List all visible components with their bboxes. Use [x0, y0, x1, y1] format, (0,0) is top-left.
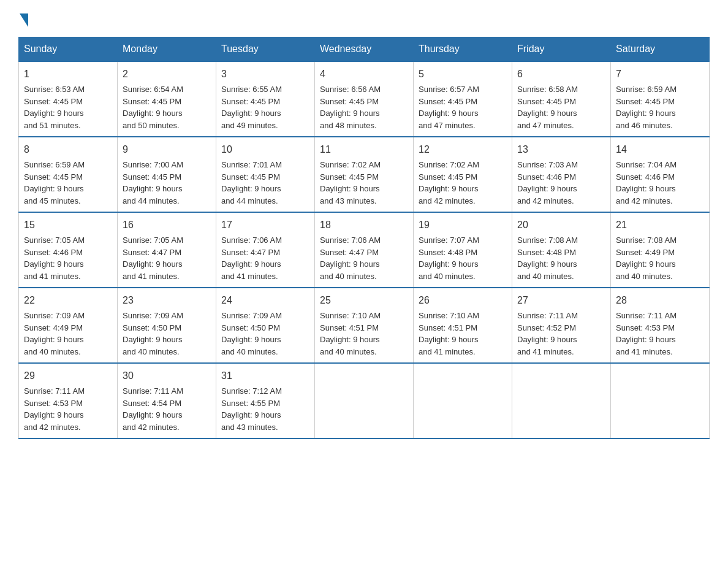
day-number: 6	[517, 67, 605, 82]
day-info-block: Sunrise: 7:02 AM Sunset: 4:45 PM Dayligh…	[419, 159, 507, 207]
day-number: 7	[616, 67, 704, 82]
day-number: 1	[24, 67, 112, 82]
calendar-day-cell: 12 Sunrise: 7:02 AM Sunset: 4:45 PM Dayl…	[414, 137, 512, 212]
calendar-day-cell: 19 Sunrise: 7:07 AM Sunset: 4:48 PM Dayl…	[414, 212, 512, 288]
logo	[18, 12, 28, 25]
calendar-day-cell: 29 Sunrise: 7:11 AM Sunset: 4:53 PM Dayl…	[19, 363, 118, 439]
day-info-block: Sunrise: 7:05 AM Sunset: 4:47 PM Dayligh…	[123, 234, 211, 282]
calendar-empty-cell	[512, 363, 611, 439]
day-number: 18	[320, 218, 408, 232]
day-number: 5	[419, 67, 507, 82]
page-header	[18, 12, 710, 25]
calendar-table: SundayMondayTuesdayWednesdayThursdayFrid…	[18, 37, 710, 439]
day-info-block: Sunrise: 6:54 AM Sunset: 4:45 PM Dayligh…	[123, 83, 211, 131]
calendar-day-cell: 17 Sunrise: 7:06 AM Sunset: 4:47 PM Dayl…	[216, 212, 315, 288]
day-info-block: Sunrise: 6:56 AM Sunset: 4:45 PM Dayligh…	[320, 83, 408, 131]
day-info-block: Sunrise: 7:05 AM Sunset: 4:46 PM Dayligh…	[24, 234, 112, 282]
day-number: 25	[320, 293, 408, 308]
calendar-week-row: 29 Sunrise: 7:11 AM Sunset: 4:53 PM Dayl…	[19, 363, 710, 439]
day-info-block: Sunrise: 7:03 AM Sunset: 4:46 PM Dayligh…	[517, 159, 605, 207]
calendar-day-cell: 24 Sunrise: 7:09 AM Sunset: 4:50 PM Dayl…	[216, 288, 315, 363]
calendar-empty-cell	[611, 363, 710, 439]
day-number: 27	[517, 293, 605, 308]
day-number: 23	[123, 293, 211, 308]
day-number: 14	[616, 142, 704, 157]
day-number: 22	[24, 293, 112, 308]
weekday-header-thursday: Thursday	[414, 37, 512, 62]
day-info-block: Sunrise: 7:11 AM Sunset: 4:52 PM Dayligh…	[517, 310, 605, 358]
calendar-day-cell: 27 Sunrise: 7:11 AM Sunset: 4:52 PM Dayl…	[512, 288, 611, 363]
calendar-day-cell: 25 Sunrise: 7:10 AM Sunset: 4:51 PM Dayl…	[315, 288, 414, 363]
day-number: 26	[419, 293, 507, 308]
day-info-block: Sunrise: 6:57 AM Sunset: 4:45 PM Dayligh…	[419, 83, 507, 131]
day-info-block: Sunrise: 7:07 AM Sunset: 4:48 PM Dayligh…	[419, 234, 507, 282]
day-info-block: Sunrise: 7:06 AM Sunset: 4:47 PM Dayligh…	[320, 234, 408, 282]
day-number: 24	[221, 293, 309, 308]
day-info-block: Sunrise: 6:59 AM Sunset: 4:45 PM Dayligh…	[616, 83, 704, 131]
day-number: 12	[419, 142, 507, 157]
calendar-day-cell: 10 Sunrise: 7:01 AM Sunset: 4:45 PM Dayl…	[216, 137, 315, 212]
weekday-header-sunday: Sunday	[19, 37, 118, 62]
calendar-day-cell: 30 Sunrise: 7:11 AM Sunset: 4:54 PM Dayl…	[118, 363, 216, 439]
day-number: 17	[221, 218, 309, 232]
weekday-header-saturday: Saturday	[611, 37, 710, 62]
day-info-block: Sunrise: 7:06 AM Sunset: 4:47 PM Dayligh…	[221, 234, 309, 282]
calendar-day-cell: 26 Sunrise: 7:10 AM Sunset: 4:51 PM Dayl…	[414, 288, 512, 363]
calendar-day-cell: 23 Sunrise: 7:09 AM Sunset: 4:50 PM Dayl…	[118, 288, 216, 363]
calendar-day-cell: 11 Sunrise: 7:02 AM Sunset: 4:45 PM Dayl…	[315, 137, 414, 212]
weekday-header-tuesday: Tuesday	[216, 37, 315, 62]
day-info-block: Sunrise: 6:55 AM Sunset: 4:45 PM Dayligh…	[221, 83, 309, 131]
day-number: 21	[616, 218, 704, 232]
day-info-block: Sunrise: 6:53 AM Sunset: 4:45 PM Dayligh…	[24, 83, 112, 131]
day-info-block: Sunrise: 7:10 AM Sunset: 4:51 PM Dayligh…	[320, 310, 408, 358]
day-info-block: Sunrise: 7:08 AM Sunset: 4:49 PM Dayligh…	[616, 234, 704, 282]
day-info-block: Sunrise: 7:09 AM Sunset: 4:50 PM Dayligh…	[123, 310, 211, 358]
calendar-week-row: 22 Sunrise: 7:09 AM Sunset: 4:49 PM Dayl…	[19, 288, 710, 363]
calendar-day-cell: 7 Sunrise: 6:59 AM Sunset: 4:45 PM Dayli…	[611, 61, 710, 137]
day-number: 11	[320, 142, 408, 157]
calendar-day-cell: 6 Sunrise: 6:58 AM Sunset: 4:45 PM Dayli…	[512, 61, 611, 137]
day-number: 9	[123, 142, 211, 157]
day-info-block: Sunrise: 7:08 AM Sunset: 4:48 PM Dayligh…	[517, 234, 605, 282]
day-number: 28	[616, 293, 704, 308]
day-number: 30	[123, 369, 211, 383]
calendar-day-cell: 2 Sunrise: 6:54 AM Sunset: 4:45 PM Dayli…	[118, 61, 216, 137]
calendar-day-cell: 9 Sunrise: 7:00 AM Sunset: 4:45 PM Dayli…	[118, 137, 216, 212]
calendar-day-cell: 31 Sunrise: 7:12 AM Sunset: 4:55 PM Dayl…	[216, 363, 315, 439]
day-info-block: Sunrise: 7:09 AM Sunset: 4:50 PM Dayligh…	[221, 310, 309, 358]
calendar-empty-cell	[315, 363, 414, 439]
day-number: 10	[221, 142, 309, 157]
weekday-header-row: SundayMondayTuesdayWednesdayThursdayFrid…	[19, 37, 710, 62]
calendar-day-cell: 13 Sunrise: 7:03 AM Sunset: 4:46 PM Dayl…	[512, 137, 611, 212]
weekday-header-friday: Friday	[512, 37, 611, 62]
day-number: 3	[221, 67, 309, 82]
day-info-block: Sunrise: 7:00 AM Sunset: 4:45 PM Dayligh…	[123, 159, 211, 207]
calendar-day-cell: 5 Sunrise: 6:57 AM Sunset: 4:45 PM Dayli…	[414, 61, 512, 137]
day-info-block: Sunrise: 7:11 AM Sunset: 4:54 PM Dayligh…	[123, 385, 211, 433]
day-info-block: Sunrise: 7:11 AM Sunset: 4:53 PM Dayligh…	[24, 385, 112, 433]
calendar-day-cell: 28 Sunrise: 7:11 AM Sunset: 4:53 PM Dayl…	[611, 288, 710, 363]
logo-arrow-icon	[20, 13, 28, 27]
day-number: 15	[24, 218, 112, 232]
day-info-block: Sunrise: 6:59 AM Sunset: 4:45 PM Dayligh…	[24, 159, 112, 207]
day-number: 8	[24, 142, 112, 157]
day-info-block: Sunrise: 7:02 AM Sunset: 4:45 PM Dayligh…	[320, 159, 408, 207]
calendar-day-cell: 1 Sunrise: 6:53 AM Sunset: 4:45 PM Dayli…	[19, 61, 118, 137]
calendar-day-cell: 20 Sunrise: 7:08 AM Sunset: 4:48 PM Dayl…	[512, 212, 611, 288]
day-info-block: Sunrise: 7:01 AM Sunset: 4:45 PM Dayligh…	[221, 159, 309, 207]
calendar-empty-cell	[414, 363, 512, 439]
calendar-day-cell: 4 Sunrise: 6:56 AM Sunset: 4:45 PM Dayli…	[315, 61, 414, 137]
day-info-block: Sunrise: 6:58 AM Sunset: 4:45 PM Dayligh…	[517, 83, 605, 131]
calendar-day-cell: 8 Sunrise: 6:59 AM Sunset: 4:45 PM Dayli…	[19, 137, 118, 212]
calendar-week-row: 15 Sunrise: 7:05 AM Sunset: 4:46 PM Dayl…	[19, 212, 710, 288]
calendar-week-row: 1 Sunrise: 6:53 AM Sunset: 4:45 PM Dayli…	[19, 61, 710, 137]
day-info-block: Sunrise: 7:11 AM Sunset: 4:53 PM Dayligh…	[616, 310, 704, 358]
weekday-header-wednesday: Wednesday	[315, 37, 414, 62]
weekday-header-monday: Monday	[118, 37, 216, 62]
day-info-block: Sunrise: 7:09 AM Sunset: 4:49 PM Dayligh…	[24, 310, 112, 358]
day-number: 4	[320, 67, 408, 82]
calendar-week-row: 8 Sunrise: 6:59 AM Sunset: 4:45 PM Dayli…	[19, 137, 710, 212]
calendar-day-cell: 21 Sunrise: 7:08 AM Sunset: 4:49 PM Dayl…	[611, 212, 710, 288]
calendar-day-cell: 18 Sunrise: 7:06 AM Sunset: 4:47 PM Dayl…	[315, 212, 414, 288]
day-info-block: Sunrise: 7:04 AM Sunset: 4:46 PM Dayligh…	[616, 159, 704, 207]
